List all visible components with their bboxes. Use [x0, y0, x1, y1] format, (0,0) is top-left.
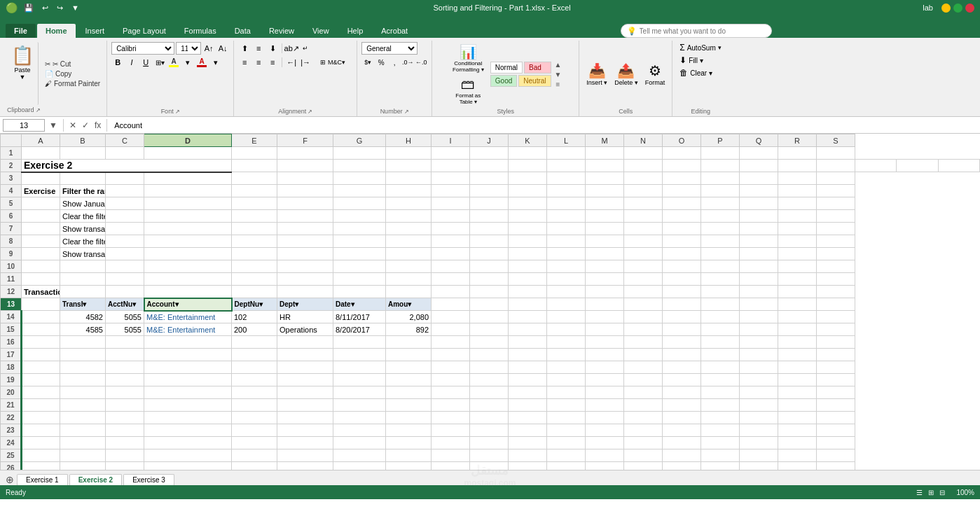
cell-P14[interactable]: [701, 311, 740, 323]
cell-R26[interactable]: [778, 462, 817, 470]
cell-R19[interactable]: [778, 374, 817, 386]
copy-button[interactable]: 📄 Copy: [43, 69, 102, 78]
cell-G21[interactable]: [333, 399, 386, 412]
cell-D7[interactable]: [144, 223, 232, 235]
style-normal[interactable]: Normal: [490, 62, 523, 74]
cell-K19[interactable]: [509, 374, 547, 386]
cell-N16[interactable]: [624, 336, 663, 349]
styles-scroll-down[interactable]: ▼: [554, 70, 563, 79]
cell-K18[interactable]: [509, 361, 547, 374]
cell-A11[interactable]: [22, 273, 60, 286]
cell-C11[interactable]: [106, 273, 144, 286]
cell-R4[interactable]: [778, 185, 817, 197]
cell-B21[interactable]: [60, 399, 106, 412]
cell-C14[interactable]: 5055: [106, 311, 144, 323]
cell-J5[interactable]: [470, 197, 509, 210]
cell-H4[interactable]: [386, 185, 432, 197]
cell-R13[interactable]: [778, 298, 817, 311]
tab-help[interactable]: Help: [339, 24, 372, 38]
cell-I11[interactable]: [432, 273, 470, 286]
cell-N22[interactable]: [624, 412, 663, 424]
cell-G7[interactable]: [333, 223, 386, 235]
cell-L12[interactable]: [547, 286, 586, 298]
tab-file[interactable]: File: [6, 24, 36, 38]
cell-N24[interactable]: [624, 437, 663, 449]
cell-G3[interactable]: [333, 172, 386, 185]
cell-R25[interactable]: [778, 449, 817, 462]
align-top-button[interactable]: ⬆: [238, 42, 251, 55]
cell-R14[interactable]: [778, 311, 817, 323]
cell-R5[interactable]: [778, 197, 817, 210]
cell-K2[interactable]: [624, 160, 663, 172]
cell-A18[interactable]: [22, 361, 60, 374]
cell-L5[interactable]: [547, 197, 586, 210]
autosum-button[interactable]: Σ AutoSum ▾: [677, 42, 724, 53]
cut-button[interactable]: ✂ ✂ Cut: [43, 60, 102, 69]
cell-F21[interactable]: [277, 399, 333, 412]
delete-cells-button[interactable]: 📤 Delete ▾: [612, 61, 641, 88]
cell-B14[interactable]: 4582: [60, 311, 106, 323]
cell-M12[interactable]: [586, 286, 624, 298]
cell-J17[interactable]: [470, 349, 509, 361]
cell-A21[interactable]: [22, 399, 60, 412]
cell-J9[interactable]: [470, 248, 509, 260]
cell-H14[interactable]: 2,080: [386, 311, 432, 323]
cell-D23[interactable]: [144, 424, 232, 437]
cell-G24[interactable]: [333, 437, 386, 449]
cell-C19[interactable]: [106, 374, 144, 386]
italic-button[interactable]: I: [125, 56, 138, 69]
cell-P15[interactable]: [701, 323, 740, 336]
cell-H10[interactable]: [386, 260, 432, 273]
cell-K22[interactable]: [509, 412, 547, 424]
cell-O12[interactable]: [663, 286, 701, 298]
cell-D5[interactable]: [144, 197, 232, 210]
cell-J13[interactable]: [470, 298, 509, 311]
cell-G15[interactable]: 8/20/2017: [333, 323, 386, 336]
cell-A3[interactable]: [22, 172, 60, 185]
cell-P8[interactable]: [701, 235, 740, 248]
cell-I14[interactable]: [432, 311, 470, 323]
underline-button[interactable]: U: [139, 56, 152, 69]
angle-text-button[interactable]: ab↗: [285, 42, 298, 55]
font-color-button[interactable]: A: [195, 56, 208, 69]
cell-R11[interactable]: [778, 273, 817, 286]
cell-O16[interactable]: [663, 336, 701, 349]
cell-D22[interactable]: [144, 412, 232, 424]
cell-E1[interactable]: [232, 147, 277, 160]
cell-L4[interactable]: [547, 185, 586, 197]
cell-M9[interactable]: [586, 248, 624, 260]
cell-E10[interactable]: [232, 260, 277, 273]
cell-H26[interactable]: [386, 462, 432, 470]
cell-B3[interactable]: [60, 172, 106, 185]
cell-M11[interactable]: [586, 273, 624, 286]
cell-M5[interactable]: [586, 197, 624, 210]
cell-I7[interactable]: [432, 223, 470, 235]
cell-C21[interactable]: [106, 399, 144, 412]
cell-A15[interactable]: [22, 323, 60, 336]
cell-B17[interactable]: [60, 349, 106, 361]
cell-D25[interactable]: [144, 449, 232, 462]
align-right-button[interactable]: ≡: [266, 56, 279, 69]
col-header-O[interactable]: O: [663, 134, 701, 147]
cell-M26[interactable]: [586, 462, 624, 470]
cell-B2[interactable]: [232, 160, 277, 172]
cell-G25[interactable]: [333, 449, 386, 462]
cell-S22[interactable]: [817, 412, 855, 424]
cell-H2[interactable]: [509, 160, 547, 172]
cell-Q10[interactable]: [740, 260, 778, 273]
cell-J11[interactable]: [470, 273, 509, 286]
cell-B22[interactable]: [60, 412, 106, 424]
cell-L25[interactable]: [547, 449, 586, 462]
cell-A7[interactable]: [22, 223, 60, 235]
cell-Q20[interactable]: [740, 386, 778, 399]
cell-H1[interactable]: [386, 147, 432, 160]
cell-E20[interactable]: [232, 386, 277, 399]
paste-button[interactable]: 📋 Paste ▼: [7, 42, 39, 105]
cell-Q17[interactable]: [740, 349, 778, 361]
tab-formulas[interactable]: Formulas: [176, 24, 225, 38]
cell-M20[interactable]: [586, 386, 624, 399]
cell-B7[interactable]: Show transactions greater than $2,000: [60, 223, 106, 235]
cell-C4[interactable]: [106, 185, 144, 197]
font-color-dropdown[interactable]: ▾: [181, 56, 194, 69]
cell-P25[interactable]: [701, 449, 740, 462]
